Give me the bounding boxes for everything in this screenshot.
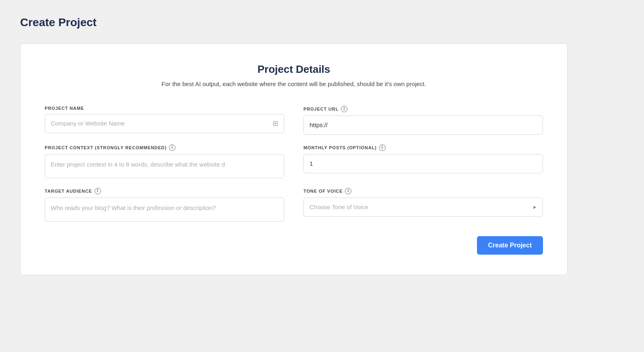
page-title: Create Project <box>20 16 624 29</box>
form-actions: Create Project <box>45 236 543 255</box>
project-context-label: PROJECT CONTEXT (STRONGLY RECOMMENDED) i <box>45 144 284 151</box>
project-context-input[interactable] <box>45 154 284 178</box>
target-audience-info-icon: i <box>95 188 101 194</box>
project-url-input[interactable] <box>303 115 543 135</box>
project-name-input-wrapper: ⊞ <box>45 114 284 133</box>
project-url-group: PROJECT URL i <box>303 106 543 135</box>
target-audience-group: TARGET AUDIENCE i <box>45 188 284 222</box>
card-subheading: For the best AI output, each website whe… <box>45 80 543 89</box>
project-url-label: PROJECT URL i <box>303 106 543 112</box>
monthly-posts-group: MONTHLY POSTS (OPTIONAL) i <box>303 144 543 178</box>
tone-of-voice-group: TONE OF VOICE i Choose Tone of Voice Pro… <box>303 188 543 222</box>
target-audience-input[interactable] <box>45 198 284 222</box>
project-context-group: PROJECT CONTEXT (STRONGLY RECOMMENDED) i <box>45 144 284 178</box>
card-header: Project Details For the best AI output, … <box>45 63 543 89</box>
tone-of-voice-select[interactable]: Choose Tone of Voice Professional Casual… <box>303 198 543 217</box>
form-grid: PROJECT NAME ⊞ PROJECT URL i PROJECT CON… <box>45 106 543 222</box>
project-name-group: PROJECT NAME ⊞ <box>45 106 284 135</box>
monthly-posts-label: MONTHLY POSTS (OPTIONAL) i <box>303 144 543 151</box>
project-name-label: PROJECT NAME <box>45 106 284 111</box>
monthly-posts-input[interactable] <box>303 154 543 173</box>
monthly-posts-info-icon: i <box>379 144 386 151</box>
target-audience-label: TARGET AUDIENCE i <box>45 188 284 194</box>
create-project-button[interactable]: Create Project <box>477 236 543 255</box>
tone-of-voice-info-icon: i <box>345 188 351 194</box>
tone-of-voice-select-wrapper: Choose Tone of Voice Professional Casual… <box>303 198 543 217</box>
card-heading: Project Details <box>45 63 543 76</box>
project-context-info-icon: i <box>169 144 175 151</box>
project-url-info-icon: i <box>341 106 347 112</box>
tone-of-voice-label: TONE OF VOICE i <box>303 188 543 194</box>
create-project-card: Project Details For the best AI output, … <box>20 43 568 275</box>
project-name-input[interactable] <box>45 114 284 133</box>
